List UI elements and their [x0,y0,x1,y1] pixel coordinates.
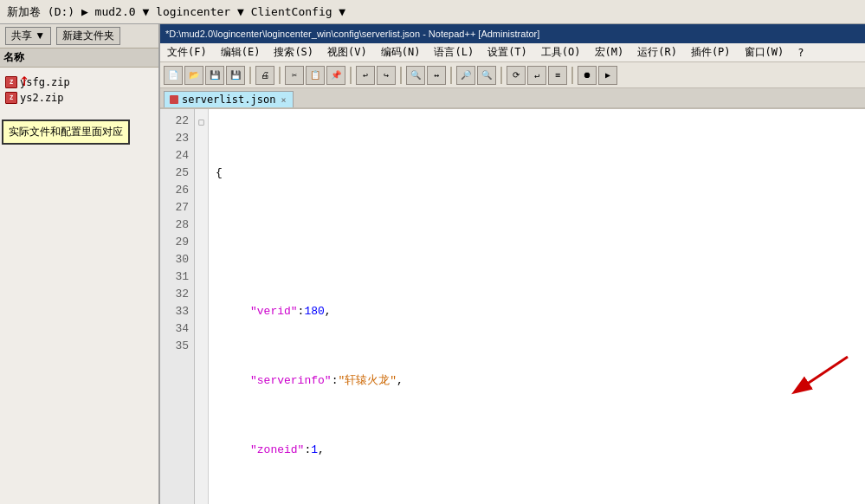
line-num-26: 26 [160,182,194,199]
file-tree: ↑ Z ysfg.zip Z ys2.zip 实际文件和配置里面对应 [0,68,158,504]
menu-settings[interactable]: 设置(T) [484,43,531,61]
line-num-25: 25 [160,165,194,182]
fold-32 [195,286,208,303]
line-num-33: 33 [160,303,194,320]
menu-help[interactable]: ? [794,45,807,61]
toolbar-sync[interactable]: ⟳ [507,66,526,85]
toolbar-save[interactable]: 💾 [205,66,224,85]
line-num-23: 23 [160,130,194,147]
menu-file[interactable]: 文件(F) [164,43,210,61]
fold-31 [195,268,208,286]
toolbar-find[interactable]: 🔍 [406,66,425,85]
tab-modified-icon [170,95,178,104]
code-line-23 [216,234,858,251]
line-num-30: 30 [160,251,194,268]
toolbar-wrap[interactable]: ↵ [527,66,546,85]
line-num-31: 31 [160,268,194,286]
fold-22[interactable]: □ [195,113,208,130]
tab-name: serverlist.json [182,94,275,106]
toolbar-sep-6 [500,67,502,84]
new-folder-button[interactable]: 新建文件夹 [56,27,120,45]
fold-25 [195,165,208,182]
toolbar-new[interactable]: 📄 [164,66,183,85]
menu-macro[interactable]: 宏(M) [591,43,628,61]
toolbar-replace[interactable]: ↔ [427,66,446,85]
file-tree-up-arrow: ↑ [19,69,29,90]
comma-zoneid: , [318,442,325,459]
menu-edit[interactable]: 编辑(E) [217,43,264,61]
toolbar-cut[interactable]: ✂ [285,66,304,85]
val-zoneid: 1 [311,442,318,459]
fold-35 [195,338,208,355]
share-button[interactable]: 共享 ▼ [5,27,51,45]
editor-area[interactable]: 22 23 24 25 26 27 28 29 30 31 32 33 34 3… [160,109,865,504]
code-line-24: "verid" : 180 , [216,303,858,320]
toolbar-print[interactable]: 🖨 [255,66,274,85]
toolbar-undo[interactable]: ↩ [356,66,375,85]
toolbar-run-macro[interactable]: ▶ [598,66,617,85]
code-line-25: "serverinfo" : "轩辕火龙" , [216,372,858,390]
toolbar-redo[interactable]: ↪ [377,66,396,85]
toolbar-sep-5 [450,67,452,84]
toolbar-paste[interactable]: 📌 [326,66,345,85]
toolbar-sep-3 [350,67,352,84]
left-panel-toolbar: 共享 ▼ 新建文件夹 [0,24,158,48]
file-tree-header-label: 名称 [3,50,24,65]
notepad-title-bar: *D:\mud2.0\logincenter\logincenter_win\c… [160,24,865,43]
toolbar-zoom-out[interactable]: 🔍 [477,66,496,85]
fold-column: □ [195,109,209,504]
line-num-28: 28 [160,216,194,234]
fold-34 [195,320,208,338]
path-label: 新加卷 (D:) ▶ mud2.0 ▼ logincenter ▼ Client… [7,4,345,20]
toolbar-sep-4 [400,67,402,84]
menu-plugins[interactable]: 插件(P) [687,43,734,61]
comma-verid: , [325,303,332,320]
editor-container: 22 23 24 25 26 27 28 29 30 31 32 33 34 3… [160,109,865,504]
menu-search[interactable]: 搜索(S) [270,43,317,61]
line-num-32: 32 [160,286,194,303]
toolbar-open[interactable]: 📂 [184,66,203,85]
notepad-menu-bar: 文件(F) 编辑(E) 搜索(S) 视图(V) 编码(N) 语言(L) 设置(T… [160,43,865,62]
zip-icon: Z [5,76,17,88]
line-num-29: 29 [160,234,194,251]
annotation-box: 实际文件和配置里面对应 [2,120,130,145]
menu-view[interactable]: 视图(V) [324,43,371,61]
fold-26 [195,182,208,199]
menu-encode[interactable]: 编码(N) [378,43,424,61]
tab-serverlist[interactable]: serverlist.json × [164,91,294,107]
colon-zoneid: : [304,442,311,459]
toolbar-sep-1 [249,67,251,84]
toolbar-sep-7 [571,67,573,84]
toolbar-indent[interactable]: ≡ [548,66,567,85]
code-line-26: "zoneid" : 1 , [216,442,858,459]
key-verid: "verid" [250,303,298,320]
key-serverinfo: "serverinfo" [250,372,332,390]
fold-29 [195,234,208,251]
annotation-text: 实际文件和配置里面对应 [9,126,123,138]
toolbar-zoom-in[interactable]: 🔎 [456,66,475,85]
left-panel: 共享 ▼ 新建文件夹 名称 ↑ Z ysfg.zip Z ys2.zip 实际文… [0,24,160,504]
colon-serverinfo: : [332,372,339,390]
line-numbers: 22 23 24 25 26 27 28 29 30 31 32 33 34 3… [160,109,195,504]
toolbar-copy[interactable]: 📋 [306,66,325,85]
line-num-22: 22 [160,113,194,130]
zip-icon-2: Z [5,92,17,104]
line-num-24: 24 [160,147,194,165]
notepad-toolbar: 📄 📂 💾 💾 🖨 ✂ 📋 📌 ↩ ↪ 🔍 ↔ 🔎 🔍 ⟳ ↵ ≡ ⏺ [160,62,865,88]
main-split: 共享 ▼ 新建文件夹 名称 ↑ Z ysfg.zip Z ys2.zip 实际文… [0,24,865,504]
toolbar-saveall[interactable]: 💾 [226,66,245,85]
line-num-35: 35 [160,338,194,355]
menu-window[interactable]: 窗口(W) [741,43,788,61]
toolbar-macro[interactable]: ⏺ [578,66,597,85]
key-zoneid: "zoneid" [250,442,304,459]
tab-close-icon[interactable]: × [281,95,286,105]
val-serverinfo: "轩辕火龙" [338,372,397,390]
fold-28 [195,216,208,234]
fold-24 [195,147,208,165]
fold-30 [195,251,208,268]
menu-lang[interactable]: 语言(L) [430,43,477,61]
menu-tools[interactable]: 工具(O) [538,43,584,61]
menu-run[interactable]: 运行(R) [634,43,681,61]
list-item[interactable]: Z ys2.zip [2,90,157,106]
code-editor[interactable]: { "verid" : 180 , "server [209,109,865,504]
